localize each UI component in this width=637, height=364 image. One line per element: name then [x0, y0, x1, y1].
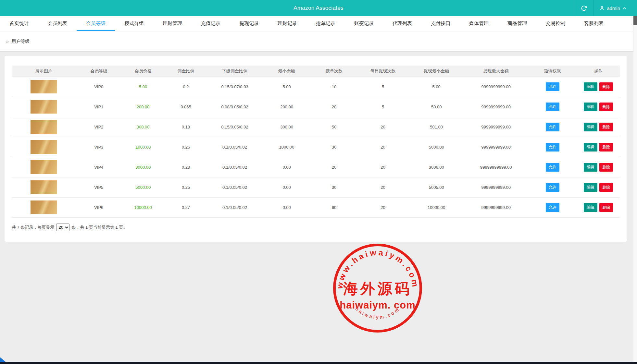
- column-header: 展示图片: [12, 66, 76, 77]
- allow-button[interactable]: 允许: [546, 163, 559, 172]
- nav-tab-12[interactable]: 媒体管理: [460, 16, 498, 31]
- nav-tab-5[interactable]: 充值记录: [192, 16, 230, 31]
- sub-commission-cell: 0.15/0.05/0.02: [207, 117, 262, 137]
- nav-tab-0[interactable]: 首页统计: [0, 16, 38, 31]
- order-count-cell: 60: [311, 197, 357, 217]
- delete-button[interactable]: 删除: [599, 183, 613, 192]
- nav-tab-10[interactable]: 代理列表: [383, 16, 421, 31]
- column-header: 提现最小金额: [409, 66, 464, 77]
- min-balance-cell: 1000.00: [262, 137, 311, 157]
- nav-tab-3[interactable]: 模式分组: [115, 16, 153, 31]
- delete-button[interactable]: 删除: [599, 203, 613, 212]
- table-row: VIP0 5.00 0.2 0.15/0.07/0.03 5.00 10 5 5…: [12, 77, 620, 97]
- column-header: 提现最大金额: [464, 66, 528, 77]
- allow-button[interactable]: 允许: [546, 143, 559, 152]
- nav-tab-1[interactable]: 会员列表: [38, 16, 77, 31]
- nav-tab-11[interactable]: 支付接口: [421, 16, 460, 31]
- daily-withdraw-cell: 5: [357, 77, 409, 97]
- withdraw-min-cell: 50.00: [409, 97, 464, 117]
- stamp-center-cn: 海外源码: [343, 281, 412, 297]
- allow-button[interactable]: 允许: [546, 103, 559, 111]
- edit-button[interactable]: 编辑: [584, 183, 597, 192]
- levels-card: 展示图片会员等级会员价格佣金比例下级佣金比例最小余额接单次数每日提现次数提现最小…: [5, 56, 627, 242]
- withdraw-min-cell: 3006.00: [409, 157, 464, 177]
- level-cell: VIP4: [76, 157, 122, 177]
- delete-button[interactable]: 删除: [599, 82, 613, 91]
- order-count-cell: 20: [311, 157, 357, 177]
- price-cell: 10000.00: [122, 197, 165, 217]
- page-size-select[interactable]: 20: [56, 224, 69, 231]
- price-cell: 1000.00: [122, 137, 165, 157]
- level-image: [31, 100, 57, 114]
- chevron-up-icon: [622, 6, 627, 10]
- edit-button[interactable]: 编辑: [584, 103, 597, 111]
- withdraw-max-cell: 9999999999.00: [464, 137, 528, 157]
- level-image: [31, 200, 57, 214]
- daily-withdraw-cell: 20: [357, 177, 409, 197]
- table-row: VIP6 10000.00 0.27 0.1/0.05/0.02 0.00 60…: [12, 197, 620, 217]
- breadcrumb-chevron-icon: »: [6, 38, 9, 45]
- user-icon: [599, 6, 605, 11]
- column-header: 会员价格: [122, 66, 165, 77]
- price-cell: 200.00: [122, 97, 165, 117]
- delete-button[interactable]: 删除: [599, 103, 613, 111]
- delete-button[interactable]: 删除: [599, 143, 613, 152]
- stamp-arc-top-text: www.haiwaiym.com: [335, 248, 420, 289]
- allow-button[interactable]: 允许: [546, 203, 559, 212]
- withdraw-max-cell: 9999999999.00: [464, 117, 528, 137]
- delete-button[interactable]: 删除: [599, 123, 613, 131]
- min-balance-cell: 200.00: [262, 97, 311, 117]
- min-balance-cell: 5.00: [262, 77, 311, 97]
- edit-button[interactable]: 编辑: [584, 203, 597, 212]
- order-count-cell: 50: [311, 117, 357, 137]
- nav-tab-8[interactable]: 抢单记录: [306, 16, 345, 31]
- stamp-center-en: haiwaiym. com: [340, 299, 416, 311]
- watermark-stamp: www.haiwaiym.com 海外源码 haiwaiym. com haiw…: [332, 243, 423, 334]
- nav-tab-15[interactable]: 客服列表: [575, 16, 613, 31]
- column-header: 最小余额: [262, 66, 311, 77]
- edit-button[interactable]: 编辑: [584, 143, 597, 152]
- edit-button[interactable]: 编辑: [584, 82, 597, 91]
- levels-table: 展示图片会员等级会员价格佣金比例下级佣金比例最小余额接单次数每日提现次数提现最小…: [12, 66, 620, 218]
- edit-button[interactable]: 编辑: [584, 123, 597, 131]
- nav-tab-9[interactable]: 账变记录: [345, 16, 383, 31]
- column-header: 下级佣金比例: [207, 66, 262, 77]
- refresh-button[interactable]: [574, 0, 593, 16]
- withdraw-min-cell: 5.00: [409, 77, 464, 97]
- nav-tab-14[interactable]: 交易控制: [536, 16, 575, 31]
- withdraw-max-cell: 9999999999.00: [464, 77, 528, 97]
- level-cell: VIP1: [76, 97, 122, 117]
- commission-cell: 0.23: [165, 157, 207, 177]
- allow-button[interactable]: 允许: [546, 183, 559, 192]
- table-row: VIP4 3000.00 0.23 0.1/0.05/0.02 0.00 20 …: [12, 157, 620, 177]
- daily-withdraw-cell: 20: [357, 157, 409, 177]
- sub-commission-cell: 0.1/0.05/0.02: [207, 197, 262, 217]
- nav-tab-7[interactable]: 理财记录: [268, 16, 306, 31]
- main-content: 展示图片会员等级会员价格佣金比例下级佣金比例最小余额接单次数每日提现次数提现最小…: [0, 56, 637, 364]
- sub-commission-cell: 0.1/0.05/0.02: [207, 177, 262, 197]
- level-cell: VIP6: [76, 197, 122, 217]
- level-image: [31, 120, 57, 134]
- pagination-prefix: 共 7 条记录，每页显示: [12, 224, 54, 230]
- column-header: 邀请权限: [528, 66, 577, 77]
- column-header: 每日提现次数: [357, 66, 409, 77]
- nav-tab-2[interactable]: 会员等级: [77, 16, 115, 31]
- nav-tab-13[interactable]: 商品管理: [498, 16, 536, 31]
- level-image: [31, 180, 57, 194]
- daily-withdraw-cell: 20: [357, 137, 409, 157]
- nav-tab-6[interactable]: 提现记录: [230, 16, 268, 31]
- nav-tab-4[interactable]: 理财管理: [153, 16, 192, 31]
- vertical-scrollbar[interactable]: [633, 16, 637, 364]
- edit-button[interactable]: 编辑: [584, 163, 597, 172]
- user-menu[interactable]: admin: [593, 0, 632, 16]
- scrollbar-thumb[interactable]: [633, 16, 637, 25]
- bottom-bar: [0, 362, 637, 364]
- delete-button[interactable]: 删除: [599, 163, 613, 172]
- breadcrumb-label: 用户等级: [11, 39, 30, 44]
- svg-text:haiwaiym.com: haiwaiym.com: [355, 306, 401, 320]
- commission-cell: 0.26: [165, 137, 207, 157]
- allow-button[interactable]: 允许: [546, 82, 559, 91]
- stamp-arc-bottom-text: haiwaiym.com: [355, 306, 401, 320]
- allow-button[interactable]: 允许: [546, 123, 559, 131]
- topbar-actions: admin: [574, 0, 632, 16]
